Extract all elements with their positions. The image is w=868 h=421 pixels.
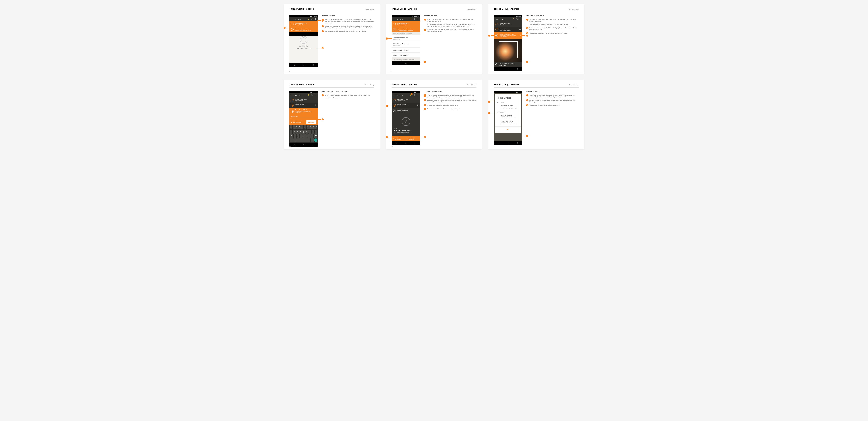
still-looking: Still looking for Thread Networks... (392, 58, 420, 62)
border-router-row[interactable]: ☷Border RouterTim's Thread Network⚙ (494, 27, 522, 32)
enter-manually-button[interactable]: ENTER CONNECT CODE MANUALLY (494, 62, 522, 67)
spec-card-12: Thread Group - AndroidThread Group ▾▮12:… (488, 4, 585, 74)
plus-icon: + (407, 138, 408, 139)
router-item[interactable]: Tim's Thread Network2001:...:7A534 (392, 41, 420, 47)
device-item[interactable]: Philips Microwave17 JUN 15 - 10:33 AM00-… (497, 120, 519, 126)
callout-2: 2 (283, 27, 286, 29)
router-item[interactable]: Lisa's Thread Network (392, 53, 420, 58)
select-router-row[interactable]: ☷Select a Border RouterThread networks i… (289, 27, 318, 32)
lightning-icon[interactable]: ⚡ (410, 18, 412, 21)
device-row[interactable]: ✓Smart Thermostat (392, 108, 420, 114)
overflow-icon[interactable]: ⋮ (417, 18, 418, 21)
scan-qr-row[interactable]: ▦Scan Connect QR CodeYou can also enter … (494, 32, 522, 38)
spec-card-15: Thread Group - AndroidThread Group ▾▮12:… (283, 79, 380, 150)
phone-mock: ▾▮12:30 ⊣HREAD⚡ⓘ⋮ ⌔Connected to Wi-FiThr… (289, 91, 318, 147)
add-product-button[interactable]: +ADD NEW PRODUCT (406, 136, 420, 141)
info-icon[interactable]: ⓘ (413, 18, 415, 21)
info-icon[interactable]: ⓘ (311, 94, 313, 96)
phone-mock: ▾▮12:30 ⊣HREAD⚡ⓘ⋮ ⌔Connected to Wi-FiThr… (289, 15, 318, 67)
lightning-icon[interactable]: ⚡ (308, 94, 310, 96)
key-icon: ⚿ (291, 110, 293, 112)
lightning-icon[interactable]: ⚡ (308, 18, 310, 21)
phone-mock: ▾▮12:30 ⊣HREAD⚡1ⓘ⋮ ⌔Connected to Wi-FiTh… (392, 91, 420, 145)
spec-card-18: Thread Group - AndroidThread Group ▾▮12:… (386, 79, 482, 150)
phone-mock: ▾▮12:30 ⊣HREAD⚡ⓘ⋮ ⌔Connected to Wi-FiThr… (494, 15, 522, 71)
wifi-row[interactable]: ⌔Connected to Wi-FiThreadNetwork (289, 22, 318, 27)
gear-icon[interactable]: ⚙ (519, 29, 521, 30)
overflow-icon[interactable]: ⋮ (417, 94, 418, 96)
router-item[interactable]: Jack's Thread Network (392, 47, 420, 53)
check-icon: ✓ (497, 102, 498, 103)
overflow-icon[interactable]: ⋮ (315, 94, 316, 96)
gear-icon[interactable]: ⚙ (417, 104, 418, 106)
back-icon[interactable]: ◁ (293, 64, 295, 66)
success-content: ✓ Added Smart Thermostat to Tim's Thread… (392, 114, 420, 136)
recent-icon[interactable]: □ (313, 64, 314, 66)
searching-content: Looking forThread Networks... (289, 36, 318, 63)
router-item[interactable]: John's Thread Network2010:...:B2314 (392, 35, 420, 41)
overflow-icon[interactable]: ⋮ (315, 18, 316, 21)
lightning-icon[interactable]: ⚡1 (410, 94, 412, 96)
enter-code-row: ⚿Enter Connect CodeRead this off the pro… (289, 108, 318, 114)
go-key[interactable]: ➜ (314, 138, 317, 142)
card-title: Thread Group - Android (289, 8, 315, 10)
app-bar: ⊣HREAD⚡ⓘ⋮ (289, 17, 318, 22)
select-router-row[interactable]: ☷Select a Border RouterThread networks i… (392, 27, 420, 32)
android-keyboard[interactable]: 1q2w3e4r5t6y7u8i9o0p asdfghjkl ⬆zxcvbnm⌫… (289, 125, 318, 143)
gear-icon[interactable]: ⚙ (315, 104, 316, 106)
devices-dialog: Thread Devices ✓JOINED Pebble Time Steel… (495, 94, 521, 133)
switch-network-button[interactable]: ⇄SWITCH NETWORK (392, 136, 406, 141)
scan-frame (499, 41, 518, 58)
camera-preview (494, 38, 522, 62)
spinner-small-icon (393, 59, 395, 60)
android-statusbar: ▾▮12:30 (289, 15, 318, 17)
spinner-icon (300, 36, 307, 44)
border-router-row[interactable]: ☷Border RouterTim's Thread Network⚙ (392, 102, 420, 108)
info-icon[interactable]: ⓘ (311, 18, 313, 21)
qr-icon: ▦ (291, 122, 292, 123)
connect-code-input[interactable] (291, 116, 316, 118)
wifi-row[interactable]: ⌔Connected to Wi-FiThreadNetwork (494, 22, 522, 27)
spec-card-5: Thread Group - AndroidThread Group ▾▮12:… (283, 4, 380, 74)
android-navbar: ◁○□ (289, 63, 318, 67)
ok-button[interactable]: OK (495, 126, 521, 133)
scan-code-button[interactable]: ▦SCAN CODE (291, 122, 301, 123)
phone-mock: ▾▮12:30 Thread Devices ✓JOINED Pebble Ti… (494, 91, 522, 145)
wifi-row[interactable]: ⌔Connected to Wi-FiThreadNetwork (392, 22, 420, 27)
qr-icon: ▦ (495, 34, 498, 37)
confirm-button[interactable]: CONFIRM (306, 121, 316, 124)
device-item[interactable]: Pebble Time Steel17 JUN 15 - 10:33 AM00-… (497, 104, 519, 110)
check-icon: ✓ (497, 111, 498, 113)
list-header: AVAILABLE BORDER ROUTERS (392, 32, 420, 35)
phone-mock: ▾▮12:30 ⊣HREAD⚡ⓘ⋮ ⌔Connected to Wi-FiThr… (392, 15, 420, 65)
card-brand: Thread Group (365, 8, 374, 10)
lightning-icon[interactable]: ⚡ (512, 18, 514, 21)
dialog-overlay: Thread Devices ✓JOINED Pebble Time Steel… (494, 93, 522, 141)
callout-1: 1 (321, 20, 324, 22)
wifi-row[interactable]: ⌔Connected to Wi-FiThreadNetwork (392, 97, 420, 102)
router-icon: ☷ (291, 28, 293, 31)
success-check-icon: ✓ (402, 117, 410, 126)
wifi-row[interactable]: ⌔Connected to Wi-FiThreadNetwork (289, 97, 318, 102)
key-icon (495, 63, 497, 65)
switch-icon: ⇄ (393, 138, 394, 139)
wifi-icon: ⌔ (291, 23, 293, 26)
check-icon: ✓ (393, 109, 396, 112)
badge-count: 1 (411, 93, 412, 95)
home-icon[interactable]: ○ (303, 64, 304, 66)
notes-title: BORDER ROUTER (322, 15, 374, 17)
page-number: 5 (289, 70, 290, 72)
spec-card-19: Thread Group - AndroidThread Group ▾▮12:… (488, 79, 585, 150)
spec-card-7: Thread Group - AndroidThread Group ▾▮12:… (386, 4, 482, 74)
overflow-icon[interactable]: ⋮ (519, 18, 521, 21)
help-icon[interactable]: ? (520, 34, 521, 36)
dialog-title: Thread Devices (495, 94, 521, 101)
callout-3: 3 (321, 47, 324, 49)
border-router-row[interactable]: ☷Border RouterTim's Thread Network⚙ (289, 102, 318, 108)
device-item[interactable]: Nest Thermostat17 JUN 15 - 10:33 AM00-01… (497, 114, 519, 120)
thread-logo: ⊣HREAD (291, 19, 301, 20)
info-icon[interactable]: ⓘ (413, 94, 415, 96)
info-icon[interactable]: ⓘ (516, 18, 518, 21)
